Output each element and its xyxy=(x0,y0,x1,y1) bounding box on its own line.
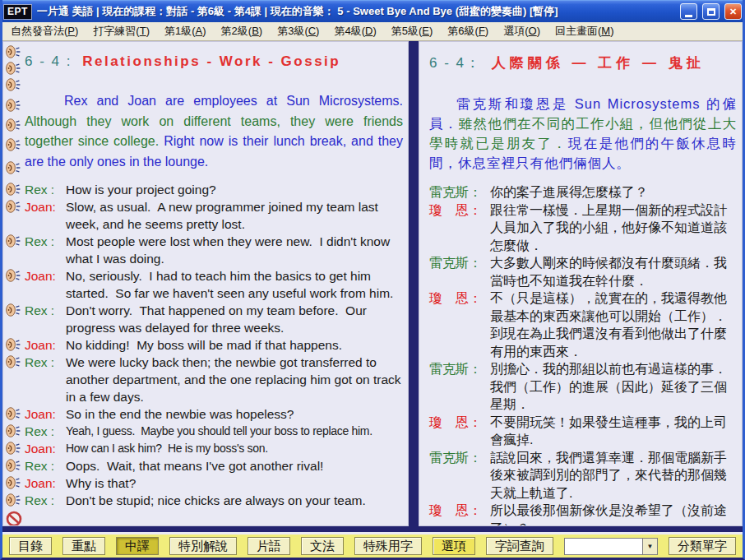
audio-speaker-icon[interactable] xyxy=(6,183,21,196)
dialogue-text: 不（只是這樣），說實在的，我還得教他最基本的東西來讓他可以開始（工作）．到現在為… xyxy=(490,289,737,360)
intro-paragraph-en: Rex and Joan are employees at Sun Micros… xyxy=(25,91,403,172)
dialogue-row: Rex : Yeah, I guess. Maybe you should te… xyxy=(25,423,403,440)
menu-item-3[interactable]: 第1級(A) xyxy=(157,22,214,40)
maximize-button[interactable] xyxy=(702,3,720,20)
audio-speaker-icon[interactable] xyxy=(6,138,21,151)
close-icon: ✕ xyxy=(729,7,737,17)
toolbar-button-7[interactable]: 特殊用字 xyxy=(354,537,422,555)
speaker-label: 瓊 恩： xyxy=(429,414,490,449)
audio-speaker-icon[interactable] xyxy=(6,459,21,472)
dialogue-text: No kidding! My boss will be mad if that … xyxy=(66,336,403,354)
audio-speaker-icon[interactable] xyxy=(6,234,21,248)
menu-item-10[interactable]: 回主畫面(M) xyxy=(548,22,622,40)
dialogue-text: 跟往常一樣慢．上星期一個新的程式設計人員加入了我的小組，他好像不知道道該怎麼做． xyxy=(490,201,737,255)
toolbar-button-3[interactable]: 中譯 xyxy=(116,537,159,555)
audio-speaker-icon[interactable] xyxy=(6,442,21,455)
window-title: 一片通 美語 | 現在的課程：對話 - 第6級 - 第4課 | 現在的音樂： 5… xyxy=(37,4,675,19)
toolbar-button-6[interactable]: 文法 xyxy=(301,537,344,555)
dialogue-row: 雷克斯：話說回來，我們還算幸運．那個電腦新手後來被調到別的部門了，來代替的那個幾… xyxy=(429,449,737,502)
dialogue-row: Rex : Most people were lost when they we… xyxy=(25,233,403,267)
dialogue-row: Joan: Why is that? xyxy=(25,474,403,492)
menu-item-4[interactable]: 第2級(B) xyxy=(214,22,271,40)
speaker-label: 雷克斯： xyxy=(429,183,490,201)
close-button[interactable]: ✕ xyxy=(724,3,742,20)
audio-speaker-icon[interactable] xyxy=(6,338,21,351)
audio-speaker-icon[interactable] xyxy=(6,303,21,317)
speaker-label: 雷克斯： xyxy=(429,360,490,414)
dialogue-row: Joan: No, seriously. I had to teach him … xyxy=(25,267,403,302)
intro-sentence: Rex and Joan are employees at Sun Micros… xyxy=(64,94,403,108)
dialogue-text: No, seriously. I had to teach him the ba… xyxy=(66,267,403,302)
dialogue-zh: 雷克斯：你的案子進展得怎麼樣了？瓊 恩：跟往常一樣慢．上星期一個新的程式設計人員… xyxy=(429,183,737,526)
speaker-label: 瓊 恩： xyxy=(429,201,490,255)
menu-item-8[interactable]: 第6級(F) xyxy=(440,22,496,40)
menu-bar: 自然發音法(P)打字練習(T)第1級(A)第2級(B)第3級(C)第4級(D)第… xyxy=(0,22,745,41)
lesson-heading-zh: 6 - 4： 人際關係 — 工作 — 鬼扯 xyxy=(429,53,737,72)
audio-speaker-icon[interactable] xyxy=(6,424,21,437)
app-window: EPT 一片通 美語 | 現在的課程：對話 - 第6級 - 第4課 | 現在的音… xyxy=(0,0,745,560)
toolbar-button-8[interactable]: 選項 xyxy=(433,537,475,555)
toolbar-button-5[interactable]: 片語 xyxy=(248,537,290,555)
toolbar-button-2[interactable]: 重點 xyxy=(62,537,105,555)
english-panel: 6 - 4 : Relationships - Work - Gossip Re… xyxy=(2,41,409,526)
word-search-combobox[interactable]: ▼ xyxy=(564,538,658,555)
audio-speaker-icon[interactable] xyxy=(6,78,21,91)
dialogue-en: Rex : How is your project going?Joan: Sl… xyxy=(25,181,403,509)
audio-speaker-icon[interactable] xyxy=(6,407,21,420)
speaker-label: Joan: xyxy=(25,474,66,492)
menu-item-6[interactable]: 第4級(D) xyxy=(326,22,383,40)
toolbar-button-1[interactable]: 目錄 xyxy=(9,537,52,555)
speaker-label: Joan: xyxy=(25,336,66,354)
speaker-label: 雷克斯： xyxy=(429,449,490,502)
speaker-label: Rex : xyxy=(25,457,66,474)
dialogue-row: Rex : We were lucky back then; the newbi… xyxy=(25,354,403,405)
speaker-label: Rex : xyxy=(25,181,66,198)
speaker-label: Joan: xyxy=(25,405,66,423)
speaker-label: Rex : xyxy=(25,302,66,336)
audio-speaker-icon[interactable] xyxy=(6,99,21,112)
menu-item-2[interactable]: 打字練習(T) xyxy=(86,22,157,40)
categorized-words-button[interactable]: 分類單字 xyxy=(669,537,736,555)
lesson-heading-en: 6 - 4 : Relationships - Work - Gossip xyxy=(25,53,403,70)
menu-item-7[interactable]: 第5級(E) xyxy=(384,22,441,40)
chinese-panel: 6 - 4： 人際關係 — 工作 — 鬼扯 雷克斯和瓊恩是 Sun Micros… xyxy=(419,41,743,526)
title-bar[interactable]: EPT 一片通 美語 | 現在的課程：對話 - 第6級 - 第4課 | 現在的音… xyxy=(0,0,745,22)
dialogue-text: How is your project going? xyxy=(66,181,403,198)
audio-speaker-icon[interactable] xyxy=(6,118,21,132)
speaker-label: 瓊 恩： xyxy=(429,502,490,526)
dialogue-text: Yeah, I guess. Maybe you should tell you… xyxy=(66,423,403,440)
audio-speaker-icon[interactable] xyxy=(6,200,21,213)
minimize-button[interactable] xyxy=(680,3,697,20)
toolbar-button-4[interactable]: 特別解說 xyxy=(169,537,237,555)
audio-speaker-icon[interactable] xyxy=(6,161,21,174)
speaker-label: Joan: xyxy=(25,267,66,302)
audio-speaker-icon[interactable] xyxy=(6,355,21,368)
speaker-label: Rex : xyxy=(25,423,66,440)
intro-paragraph-zh: 雷克斯和瓊恩是 Sun Microsystems 的僱員．雖然他們在不同的工作小… xyxy=(429,94,737,173)
combobox-dropdown-button[interactable]: ▼ xyxy=(642,539,657,554)
speaker-label: Joan: xyxy=(25,440,66,457)
lesson-title-zh: 人際關係 — 工作 — 鬼扯 xyxy=(492,55,705,71)
audio-speaker-icon[interactable] xyxy=(6,62,21,75)
combobox-value[interactable] xyxy=(565,539,642,554)
app-logo: EPT xyxy=(3,4,32,20)
audio-speaker-icon[interactable] xyxy=(6,45,21,58)
dialogue-text: 不要開玩笑！如果發生這種事，我的上司會瘋掉. xyxy=(490,414,737,449)
stop-audio-icon[interactable] xyxy=(6,511,22,526)
dialogue-text: Don't worry. That happened on my team be… xyxy=(66,302,403,336)
audio-speaker-icon[interactable] xyxy=(6,493,21,507)
audio-speaker-icon[interactable] xyxy=(6,476,21,489)
menu-item-1[interactable]: 自然發音法(P) xyxy=(3,22,86,40)
speaker-label: Joan: xyxy=(25,198,66,233)
speaker-label: 瓊 恩： xyxy=(429,289,490,360)
lesson-number-zh: 6 - 4： xyxy=(429,55,481,71)
audio-speaker-icon[interactable] xyxy=(6,269,21,282)
dialogue-row: Joan: Slow, as usual. A new programmer j… xyxy=(25,198,403,233)
toolbar-button-group: 目錄重點中譯特別解說片語文法特殊用字選項 xyxy=(9,537,475,555)
dialogue-row: Joan: How can I ask him? He is my boss's… xyxy=(25,440,403,457)
menu-item-5[interactable]: 第3級(C) xyxy=(270,22,326,40)
word-search-button[interactable]: 字詞查詢 xyxy=(486,537,553,555)
dialogue-text: 大多數人剛來的時候都沒有什麼頭緒．我當時也不知道我在幹什麼． xyxy=(490,254,737,289)
dialogue-text: So in the end the newbie was hopeless? xyxy=(66,405,403,423)
menu-item-9[interactable]: 選項(O) xyxy=(496,22,548,40)
